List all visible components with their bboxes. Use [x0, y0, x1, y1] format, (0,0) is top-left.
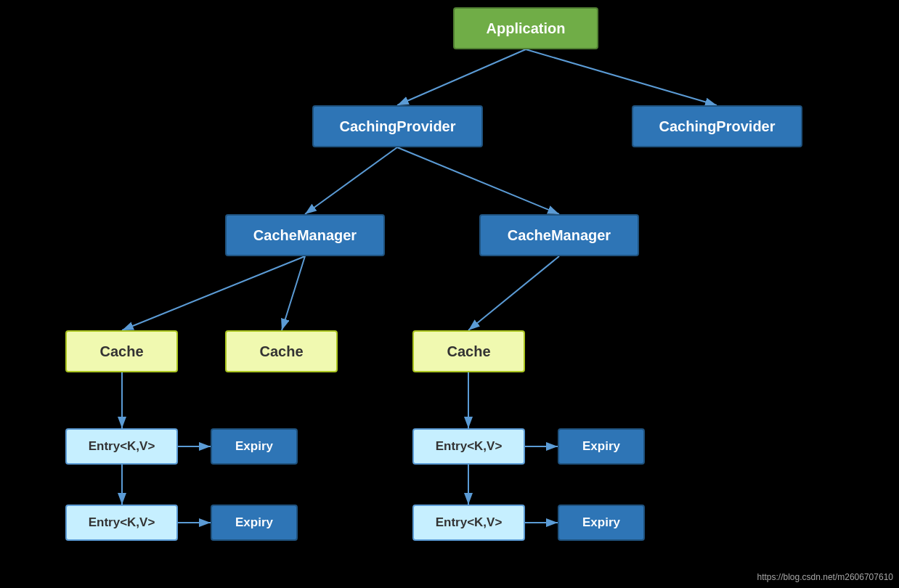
node-cache-1: Cache [65, 330, 178, 372]
svg-line-3 [305, 147, 397, 214]
node-cache-2: Cache [225, 330, 338, 372]
watermark: https://blog.csdn.net/m2606707610 [757, 572, 893, 582]
svg-line-6 [282, 256, 305, 330]
node-entry-1: Entry<K,V> [65, 428, 178, 465]
node-expiry-4: Expiry [558, 505, 645, 541]
node-cache-3: Cache [412, 330, 525, 372]
node-cache-manager-1: CacheManager [225, 214, 385, 256]
node-application: Application [453, 7, 598, 49]
node-cache-manager-2: CacheManager [479, 214, 639, 256]
diagram-container: Application CachingProvider CachingProvi… [0, 0, 899, 588]
node-entry-4: Entry<K,V> [412, 505, 525, 541]
svg-line-7 [468, 256, 559, 330]
node-caching-provider-2: CachingProvider [632, 105, 802, 147]
node-entry-3: Entry<K,V> [412, 428, 525, 465]
node-expiry-1: Expiry [211, 428, 298, 465]
svg-line-4 [397, 147, 559, 214]
svg-line-2 [526, 49, 717, 105]
arrows-svg [0, 0, 899, 588]
node-expiry-2: Expiry [211, 505, 298, 541]
node-caching-provider-1: CachingProvider [312, 105, 483, 147]
node-expiry-3: Expiry [558, 428, 645, 465]
node-entry-2: Entry<K,V> [65, 505, 178, 541]
svg-line-5 [122, 256, 305, 330]
svg-line-1 [397, 49, 526, 105]
